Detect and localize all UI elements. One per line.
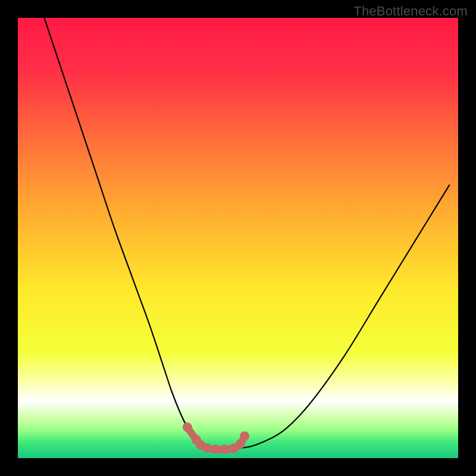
watermark-text: TheBottleneck.com — [353, 4, 468, 19]
highlight-marker — [220, 444, 230, 454]
plot-area — [18, 18, 458, 458]
highlight-marker — [183, 422, 192, 432]
highlight-marker — [202, 443, 212, 453]
highlight-marker — [240, 431, 249, 441]
bottleneck-curve — [18, 18, 458, 458]
chart-frame: TheBottleneck.com — [0, 0, 476, 476]
highlight-marker — [211, 444, 221, 454]
